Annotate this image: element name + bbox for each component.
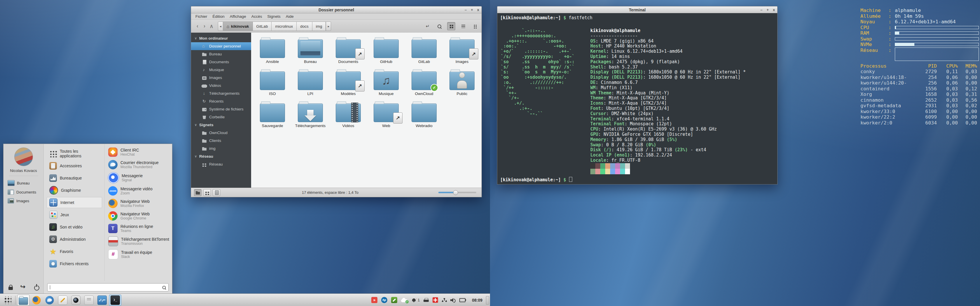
sidebar-item-corbeille[interactable]: Corbeille: [191, 113, 251, 121]
sidebar-item-dossier-personnel[interactable]: Dossier personnel: [191, 42, 251, 50]
zoom-slider-knob[interactable]: [453, 190, 458, 195]
show-desktop-button[interactable]: [486, 296, 489, 304]
terminal-body[interactable]: [kikinovak@alphamule:~] $ fastfetch `.-:…: [497, 13, 777, 184]
removable-drive-launcher[interactable]: [83, 295, 95, 306]
logout-button[interactable]: [21, 284, 27, 290]
treeview-toggle-button[interactable]: [203, 189, 211, 196]
category-games[interactable]: Jeux: [47, 209, 102, 220]
menu-button[interactable]: [2, 295, 13, 305]
menu-search-input[interactable]: [47, 283, 169, 292]
file-item-documents[interactable]: ↗Documents: [329, 37, 367, 64]
sidebar-item-owncloud[interactable]: OwnCloud: [191, 129, 251, 137]
category-apps-grid[interactable]: Toutes les applications: [47, 148, 102, 159]
category-office[interactable]: Bureautique: [47, 173, 102, 184]
firefox-launcher[interactable]: [30, 295, 43, 306]
sidebar-item-r-seau[interactable]: Réseau: [191, 160, 251, 168]
network-tray-icon[interactable]: [442, 298, 447, 302]
minimize-button[interactable]: –: [465, 8, 467, 12]
toggle-location-entry-button[interactable]: ↵: [424, 22, 431, 30]
sidebar-item-bureau[interactable]: Bureau: [191, 50, 251, 58]
media-viewer-launcher[interactable]: [70, 295, 82, 306]
file-manager-titlebar[interactable]: Dossier personnel –+x: [191, 6, 482, 13]
driver-toolbox-tray-icon[interactable]: [391, 297, 397, 303]
close-button[interactable]: x: [477, 8, 479, 12]
menu-place-images[interactable]: Images: [3, 197, 48, 205]
grid-view-button[interactable]: [447, 22, 455, 30]
maximize-button[interactable]: +: [471, 8, 473, 12]
sidebar-section-header[interactable]: ∨Mon ordinateur: [191, 34, 251, 42]
forward-button[interactable]: ›: [201, 23, 208, 29]
sidebar-item-musique[interactable]: Musique: [191, 66, 251, 74]
app-chrome[interactable]: Navigateur WebGoogle Chrome: [108, 211, 170, 220]
app-thunderbird[interactable]: Courrier électroniqueMozilla Thunderbird: [108, 160, 170, 169]
search-button[interactable]: [436, 22, 443, 30]
menu-place-bureau[interactable]: Bureau: [3, 178, 48, 188]
back-button[interactable]: ‹: [194, 23, 201, 29]
list-view-button[interactable]: [460, 22, 467, 30]
system-report-tray-icon[interactable]: [433, 297, 438, 303]
category-multimedia[interactable]: Son et vidéo: [47, 222, 102, 233]
places-toggle-button[interactable]: [194, 189, 202, 196]
app-transmission[interactable]: Téléchargement BitTorrentTransmission: [108, 236, 170, 246]
files-launcher[interactable]: [17, 295, 29, 306]
file-item-mod-les[interactable]: ↗Modèles: [329, 69, 367, 96]
thunderbird-launcher[interactable]: [43, 295, 56, 306]
file-item-sauvegarde[interactable]: Sauvegarde: [253, 101, 291, 128]
file-item-gitlab[interactable]: GitLab: [405, 37, 443, 64]
category-favorites[interactable]: Favoris: [47, 246, 102, 257]
app-slack[interactable]: Travail en équipeSlack: [108, 249, 170, 259]
file-item-web[interactable]: ↗Web: [367, 101, 405, 128]
compact-view-button[interactable]: [471, 22, 479, 30]
file-item-vid-os[interactable]: Vidéos: [329, 101, 367, 128]
category-recent-files[interactable]: Fichiers récents: [47, 258, 102, 269]
sidebar-section-header[interactable]: ∨Signets: [191, 121, 251, 129]
sidebar-item-img[interactable]: img: [191, 144, 251, 152]
sidebar-item-vid-os[interactable]: Vidéos: [191, 82, 251, 89]
menubar-item-affichage[interactable]: Affichage: [227, 14, 249, 19]
file-item-iso[interactable]: ISO: [253, 69, 291, 96]
zoom-slider[interactable]: [438, 192, 476, 193]
menubar-item-édition[interactable]: Édition: [210, 14, 227, 19]
sidebar-item-clients[interactable]: Clients: [191, 137, 251, 144]
panel-clock[interactable]: 08:09: [472, 298, 482, 303]
notifications-tray-icon[interactable]: [412, 298, 416, 302]
file-item-musique[interactable]: ♫Musique: [367, 69, 405, 96]
file-item-t-l-chargements[interactable]: Téléchargements: [291, 101, 329, 128]
hide-sidebar-toggle-button[interactable]: [213, 189, 220, 196]
sidebar-item-r-cents[interactable]: Récents: [191, 97, 251, 105]
breadcrumb-item-img[interactable]: img: [312, 22, 326, 31]
system-monitor-launcher[interactable]: [96, 295, 108, 306]
menubar-item-aide[interactable]: Aide: [283, 14, 296, 19]
category-admin[interactable]: Administration: [47, 234, 102, 245]
battery-tray-icon[interactable]: [460, 298, 466, 302]
sidebar-item-t-l-chargements[interactable]: Téléchargements: [191, 89, 251, 97]
breadcrumb-item-kikinovak[interactable]: ⌂kikinovak: [223, 22, 253, 31]
file-item-github[interactable]: GitHub: [367, 37, 405, 64]
volume-tray-icon[interactable]: [450, 298, 456, 302]
up-button[interactable]: ∧: [208, 23, 215, 29]
breadcrumb-item-docs[interactable]: docs: [297, 22, 312, 31]
breadcrumb-item-microlinux[interactable]: microlinux: [272, 22, 297, 31]
terminal-window[interactable]: Terminal –+x [kikinovak@alphamule:~] $ f…: [497, 6, 778, 184]
minimize-button[interactable]: –: [760, 8, 762, 12]
breadcrumb-scroll-left[interactable]: ◂: [218, 22, 223, 31]
file-item-public[interactable]: Public: [443, 69, 481, 96]
file-item-webradio[interactable]: Webradio: [405, 101, 443, 128]
file-item-owncloud[interactable]: ✓OwnCloud: [405, 69, 443, 96]
file-item-ansible[interactable]: Ansible: [253, 37, 291, 64]
breadcrumb-scroll-right[interactable]: ▸: [326, 22, 331, 31]
category-accessories[interactable]: Accessoires: [47, 160, 102, 171]
shutdown-button[interactable]: [33, 284, 40, 290]
category-graphics[interactable]: Graphisme: [47, 185, 102, 196]
cloud-sync-tray-icon[interactable]: [401, 298, 408, 303]
file-item-lpi[interactable]: LPI: [291, 69, 329, 96]
app-zoom[interactable]: Messagerie vidéoZoom: [108, 186, 170, 195]
sync-tray-icon[interactable]: [371, 297, 377, 303]
sidebar-item-documents[interactable]: Documents: [191, 58, 251, 66]
breadcrumb-item-gitlab[interactable]: GitLab: [253, 22, 272, 31]
close-button[interactable]: x: [773, 8, 775, 12]
category-internet[interactable]: Internet: [47, 197, 102, 208]
sidebar-section-header[interactable]: ∨Réseau: [191, 152, 251, 160]
menubar-item-signets[interactable]: Signets: [265, 14, 283, 19]
app-teams[interactable]: Réunions en ligneTeams: [108, 224, 170, 233]
